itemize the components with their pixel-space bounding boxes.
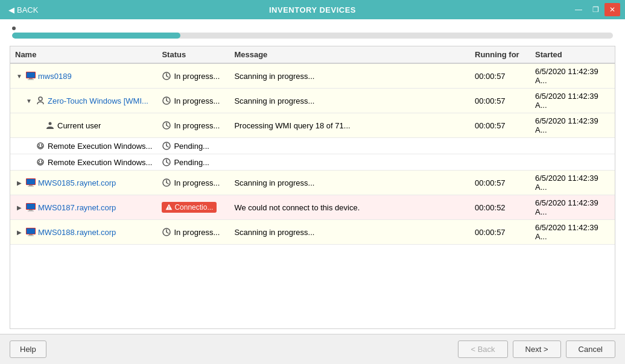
svg-line-14 [167, 125, 168, 127]
table-row[interactable]: ▶ MWS0187.raynet.corp! Connectio...We co… [10, 195, 615, 220]
table-row[interactable]: Remote Execution Windows... Pending... [10, 138, 615, 154]
row-expander[interactable]: ▶ [15, 203, 24, 212]
name-cell: ▶ MWS0188.raynet.corp [10, 220, 157, 245]
help-button[interactable]: Help [10, 340, 46, 358]
running-for-cell [470, 138, 530, 154]
started-cell: 6/5/2020 11:42:39 A... [530, 220, 615, 245]
svg-rect-40 [27, 228, 35, 234]
clock-icon [162, 157, 171, 167]
message-cell: Scanning in progress... [229, 89, 470, 113]
started-cell: 6/5/2020 11:42:39 A... [530, 63, 615, 89]
error-status-badge: ! Connectio... [162, 202, 217, 213]
restore-button[interactable]: ❐ [588, 3, 603, 16]
name-cell: ▶ MWS0185.raynet.corp [10, 171, 157, 195]
row-expander[interactable]: ▼ [15, 72, 24, 80]
row-name-text: MWS0188.raynet.corp [38, 228, 116, 237]
svg-rect-36 [29, 210, 33, 211]
col-header-name: Name [10, 46, 157, 63]
message-cell [229, 154, 470, 171]
message-cell: Processing WMI query 18 of 71... [229, 113, 470, 138]
message-cell [229, 138, 470, 154]
col-header-running: Running for [470, 46, 530, 63]
row-expander[interactable]: ▶ [15, 228, 24, 236]
status-cell: In progress... [157, 113, 229, 138]
col-header-message: Message [229, 46, 470, 63]
minimize-button[interactable]: — [571, 3, 586, 16]
name-cell: ▼ Zero-Touch Windows [WMI... [10, 89, 157, 113]
next-footer-button[interactable]: Next > [513, 340, 561, 358]
window-title: INVENTORY DEVICES [269, 5, 356, 14]
svg-rect-37 [28, 211, 34, 212]
name-cell: Remote Execution Windows... [10, 154, 157, 171]
back-button[interactable]: ◀ BACK [5, 4, 42, 16]
message-cell: Scanning in progress... [229, 63, 470, 89]
footer: Help < Back Next > Cancel [0, 334, 625, 364]
table-row[interactable]: Remote Execution Windows... Pending... [10, 154, 615, 171]
plug-icon [36, 157, 45, 167]
progress-area [10, 27, 615, 39]
back-footer-button[interactable]: < Back [458, 340, 507, 358]
svg-point-11 [49, 122, 52, 125]
back-label: BACK [17, 5, 38, 14]
clock-icon [162, 178, 171, 187]
running-for-cell: 00:00:57 [470, 171, 530, 195]
clock-icon [162, 141, 171, 151]
started-cell: 6/5/2020 11:42:39 A... [530, 113, 615, 138]
running-for-cell: 00:00:57 [470, 113, 530, 138]
running-for-cell: 00:00:52 [470, 195, 530, 220]
row-name-text: Remote Execution Windows... [48, 142, 152, 151]
main-content: Name Status Message Running for Started … [0, 19, 625, 334]
back-arrow-icon: ◀ [8, 5, 14, 14]
message-cell: Scanning in progress... [229, 220, 470, 245]
row-name-text: MWS0185.raynet.corp [38, 178, 116, 187]
clock-icon [162, 71, 171, 81]
name-cell: ▶ MWS0187.raynet.corp [10, 195, 157, 220]
progress-dot [12, 27, 16, 30]
svg-rect-30 [28, 186, 34, 187]
table-row[interactable]: ▼ mws0189 In progress...Scanning in prog… [10, 63, 615, 89]
devices-table-container: Name Status Message Running for Started … [10, 46, 615, 329]
row-expander[interactable]: ▼ [25, 96, 33, 105]
row-expander [25, 158, 33, 166]
started-cell [530, 138, 615, 154]
running-for-cell: 00:00:57 [470, 63, 530, 89]
table-row[interactable]: Current user In progress...Processing WM… [10, 113, 615, 138]
clock-icon [162, 96, 171, 105]
table-row[interactable]: ▶ MWS0188.raynet.corp In progress...Scan… [10, 220, 615, 245]
row-expander[interactable]: ▶ [15, 178, 24, 187]
svg-line-26 [167, 162, 168, 163]
monitor-icon [26, 202, 36, 212]
running-for-cell [470, 154, 530, 171]
row-name-text: mws0189 [38, 72, 72, 81]
started-cell: 6/5/2020 11:42:39 A... [530, 171, 615, 195]
svg-rect-28 [27, 179, 35, 184]
svg-rect-42 [28, 236, 34, 236]
table-row[interactable]: ▼ Zero-Touch Windows [WMI... In progress… [10, 89, 615, 113]
svg-text:!: ! [168, 206, 170, 210]
svg-line-20 [167, 146, 168, 147]
status-cell: In progress... [157, 89, 229, 113]
row-expander [34, 121, 43, 130]
row-name-text: Current user [57, 121, 101, 130]
status-cell: ! Connectio... [157, 195, 229, 220]
svg-rect-41 [29, 234, 33, 236]
row-name-text: Remote Execution Windows... [48, 158, 152, 167]
svg-line-6 [167, 76, 168, 77]
row-name-text: Zero-Touch Windows [WMI... [48, 96, 148, 105]
row-name-text: MWS0187.raynet.corp [38, 203, 116, 212]
row-expander [25, 142, 33, 150]
started-cell: 6/5/2020 11:42:39 A... [530, 89, 615, 113]
table-row[interactable]: ▶ MWS0185.raynet.corp In progress...Scan… [10, 171, 615, 195]
running-for-cell: 00:00:57 [470, 89, 530, 113]
svg-line-45 [167, 232, 168, 233]
status-text: In progress... [174, 72, 220, 81]
clock-icon [162, 121, 171, 130]
started-cell [530, 154, 615, 171]
status-cell: Pending... [157, 138, 229, 154]
monitor-icon [26, 178, 36, 187]
message-cell: Scanning in progress... [229, 171, 470, 195]
close-button[interactable]: ✕ [604, 3, 620, 16]
user-icon [45, 121, 55, 130]
cancel-button[interactable]: Cancel [566, 340, 615, 358]
svg-rect-3 [28, 80, 34, 80]
